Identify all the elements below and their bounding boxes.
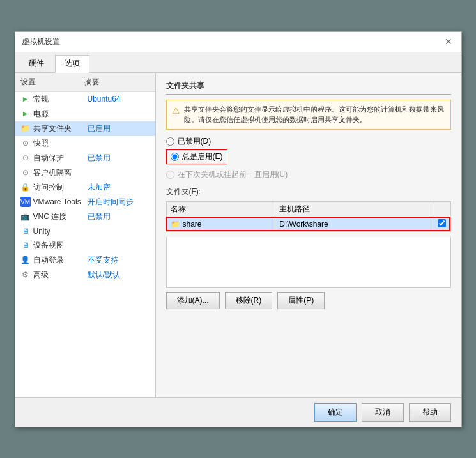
- radio-always-input[interactable]: [171, 153, 179, 161]
- sidebar-item-device-view[interactable]: 🖥 设备视图: [15, 238, 155, 253]
- radio-until-off: 在下次关机或挂起前一直启用(U): [166, 169, 451, 180]
- dialog-title: 虚拟机设置: [22, 36, 60, 47]
- device-view-icon: 🖥: [20, 240, 31, 250]
- tab-hardware[interactable]: 硬件: [19, 55, 54, 72]
- radio-until-off-input[interactable]: [166, 171, 174, 179]
- device-view-label: 设备视图: [33, 240, 88, 251]
- unity-icon: 🖥: [20, 226, 31, 236]
- close-button[interactable]: ✕: [442, 36, 455, 47]
- left-panel: 设置 摘要 ► 常规 Ubuntu64 ► 电源 📁 共享文件夹 已启用 ⊙ 快…: [15, 73, 156, 397]
- vmware-tools-desc: 开启时间同步: [88, 197, 134, 208]
- header-col-summary: 摘要: [84, 77, 100, 88]
- radio-disabled: 已禁用(D): [166, 136, 451, 147]
- auto-login-desc: 不受支持: [88, 255, 118, 266]
- sidebar-item-vnc[interactable]: 📺 VNC 连接 已禁用: [15, 210, 155, 224]
- dialog-footer: 确定 取消 帮助: [15, 397, 461, 427]
- folder-table-empty: [166, 237, 451, 288]
- access-ctrl-desc: 未加密: [88, 182, 111, 193]
- warning-icon: ⚠: [172, 104, 180, 118]
- help-button[interactable]: 帮助: [409, 403, 451, 422]
- file-sharing-title: 文件夹共享: [166, 80, 451, 95]
- remove-button[interactable]: 移除(R): [225, 292, 273, 309]
- folder-path-cell: D:\Work\share: [275, 217, 433, 231]
- snapshot-label: 快照: [33, 138, 88, 149]
- isolation-icon: ⊙: [20, 167, 31, 178]
- right-panel: 文件夹共享 ⚠ 共享文件夹会将您的文件显示给虚拟机中的程序。这可能为您的计算机和…: [156, 73, 461, 397]
- general-label: 常规: [33, 94, 88, 105]
- folder-section-label: 文件夹(F):: [166, 187, 451, 197]
- auto-login-label: 自动登录: [33, 255, 88, 266]
- sidebar-item-power[interactable]: ► 电源: [15, 107, 155, 121]
- vmware-tools-icon: VM: [20, 197, 31, 207]
- folder-checkbox[interactable]: [438, 219, 446, 227]
- ok-button[interactable]: 确定: [314, 403, 357, 422]
- vnc-desc: 已禁用: [88, 211, 111, 222]
- radio-always-highlighted: 总是启用(E): [166, 149, 227, 164]
- general-icon: ►: [20, 94, 31, 104]
- vm-settings-dialog: 虚拟机设置 ✕ 硬件 选项 设置 摘要 ► 常规 Ubuntu64 ► 电源: [15, 31, 462, 427]
- access-ctrl-label: 访问控制: [33, 182, 88, 193]
- auto-login-icon: 👤: [20, 255, 31, 265]
- folder-name-cell: 📁share: [166, 217, 275, 231]
- settings-header: 设置 摘要: [15, 73, 155, 92]
- header-col-settings: 设置: [20, 77, 84, 88]
- sidebar-item-access-ctrl[interactable]: 🔒 访问控制 未加密: [15, 180, 155, 195]
- radio-until-off-label: 在下次关机或挂起前一直启用(U): [178, 169, 288, 180]
- warning-box: ⚠ 共享文件夹会将您的文件显示给虚拟机中的程序。这可能为您的计算机和数据带来风险…: [166, 100, 451, 130]
- power-icon: ►: [20, 109, 31, 119]
- advanced-icon: ⚙: [20, 270, 31, 280]
- col-check: [433, 201, 450, 217]
- vnc-icon: 📺: [20, 211, 31, 222]
- folder-checkbox-cell[interactable]: [433, 217, 450, 231]
- general-desc: Ubuntu64: [88, 95, 121, 103]
- shared-folder-label: 共享文件夹: [33, 123, 88, 134]
- isolation-label: 客户机隔离: [33, 167, 88, 178]
- advanced-desc: 默认/默认: [88, 270, 120, 280]
- autosave-desc: 已禁用: [88, 153, 111, 164]
- vmware-tools-label: VMware Tools: [33, 197, 88, 206]
- col-path: 主机路径: [275, 201, 433, 217]
- advanced-label: 高级: [33, 270, 88, 280]
- sidebar-item-isolation[interactable]: ⊙ 客户机隔离: [15, 165, 155, 180]
- autosave-icon: ⊙: [20, 153, 31, 163]
- titlebar: 虚拟机设置 ✕: [15, 32, 461, 52]
- sidebar-item-shared-folder[interactable]: 📁 共享文件夹 已启用: [15, 121, 155, 136]
- access-ctrl-icon: 🔒: [20, 182, 31, 192]
- sidebar-item-unity[interactable]: 🖥 Unity: [15, 224, 155, 238]
- properties-button[interactable]: 属性(P): [277, 292, 325, 309]
- sharing-radio-group: 已禁用(D) 总是启用(E) 在下次关机或挂起前一直启用(U): [166, 136, 451, 180]
- power-label: 电源: [33, 109, 88, 119]
- warning-text: 共享文件夹会将您的文件显示给虚拟机中的程序。这可能为您的计算机和数据带来风险。请…: [184, 104, 445, 125]
- shared-folder-icon: 📁: [20, 123, 31, 134]
- sidebar-item-snapshot[interactable]: ⊙ 快照: [15, 136, 155, 151]
- radio-always-label: 总是启用(E): [182, 151, 223, 162]
- tab-options[interactable]: 选项: [55, 55, 89, 73]
- sidebar-item-advanced[interactable]: ⚙ 高级 默认/默认: [15, 268, 155, 282]
- sidebar-item-general[interactable]: ► 常规 Ubuntu64: [15, 92, 155, 107]
- add-button[interactable]: 添加(A)...: [166, 292, 220, 309]
- shared-folder-desc: 已启用: [88, 123, 111, 134]
- folder-row[interactable]: 📁share D:\Work\share: [166, 217, 450, 231]
- snapshot-icon: ⊙: [20, 138, 31, 148]
- unity-label: Unity: [33, 227, 88, 236]
- autosave-label: 自动保护: [33, 153, 88, 164]
- radio-disabled-label: 已禁用(D): [178, 136, 211, 147]
- vnc-label: VNC 连接: [33, 211, 88, 222]
- sidebar-item-autosave[interactable]: ⊙ 自动保护 已禁用: [15, 151, 155, 165]
- sidebar-item-auto-login[interactable]: 👤 自动登录 不受支持: [15, 253, 155, 268]
- folder-table: 名称 主机路径 📁share D:\Work\share: [166, 201, 451, 232]
- main-content: 设置 摘要 ► 常规 Ubuntu64 ► 电源 📁 共享文件夹 已启用 ⊙ 快…: [15, 73, 461, 397]
- folder-table-header-row: 名称 主机路径: [166, 201, 450, 217]
- tabs-bar: 硬件 选项: [15, 52, 461, 73]
- sidebar-item-vmware-tools[interactable]: VM VMware Tools 开启时间同步: [15, 195, 155, 210]
- folder-row-icon: 📁: [171, 220, 180, 229]
- radio-disabled-input[interactable]: [166, 137, 174, 146]
- col-name: 名称: [166, 201, 275, 217]
- folder-action-buttons: 添加(A)... 移除(R) 属性(P): [166, 292, 451, 309]
- cancel-button[interactable]: 取消: [362, 403, 404, 422]
